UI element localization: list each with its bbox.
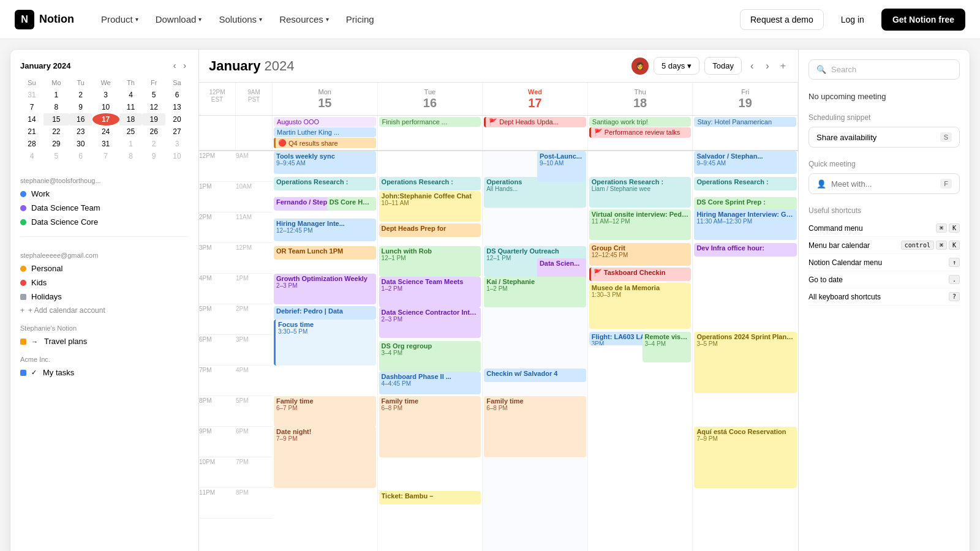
ds-team-meets-event[interactable]: Data Science Team Meets 1–2 PM: [379, 277, 481, 307]
remote-visit-event[interactable]: Remote visit with NP (Stafford) 3–4 PM: [643, 332, 692, 362]
mini-cal-day[interactable]: 7: [20, 101, 43, 113]
ops-sprint-planning-event[interactable]: Operations 2024 Sprint Planning 3–5 PM: [694, 332, 797, 393]
finish-performance-event[interactable]: Finish performance ...: [379, 117, 481, 127]
salvador-stephanie-event[interactable]: Salvador / Stephan... 9–9:45 AM: [694, 151, 797, 174]
mini-cal-day[interactable]: 27: [165, 126, 189, 138]
post-launch-event[interactable]: Post-Launc... 9–10 AM: [537, 151, 586, 182]
coco-reservation-event[interactable]: Aquí está Coco Reservation 7–9 PM: [694, 427, 797, 488]
next-week-button[interactable]: ›: [762, 58, 772, 74]
mini-cal-day[interactable]: 7: [92, 150, 119, 162]
mini-cal-day[interactable]: 22: [43, 126, 69, 138]
cal-holidays[interactable]: Holidays: [20, 290, 189, 304]
family-time-mon-event[interactable]: Family time 6–7 PM: [274, 396, 376, 427]
mini-cal-day[interactable]: 21: [20, 126, 43, 138]
col-header-fri[interactable]: Fri 19: [693, 83, 798, 115]
mini-cal-day[interactable]: 25: [119, 126, 143, 138]
mini-cal-day[interactable]: 5: [142, 89, 165, 101]
request-demo-button[interactable]: Request a demo: [740, 9, 824, 30]
perf-review-event[interactable]: 🚩 Performance review talks: [589, 127, 692, 138]
nav-pricing[interactable]: Pricing: [339, 10, 382, 28]
col-header-tue[interactable]: Tue 16: [378, 83, 483, 115]
ops-research-fri-event[interactable]: Operations Research :: [694, 177, 797, 190]
ds-contractor-event[interactable]: Data Science Contractor Intake: ... 2–3 …: [379, 307, 481, 338]
mini-cal-prev-button[interactable]: ‹: [171, 59, 179, 72]
ds-core-sprint-event[interactable]: DS Core Sprint Prep :: [694, 197, 797, 211]
checkin-salvador-event[interactable]: Checkin w/ Salvador 4: [484, 369, 586, 382]
mini-cal-day[interactable]: 26: [142, 126, 165, 138]
mini-cal-day[interactable]: 14: [20, 113, 43, 126]
prev-week-button[interactable]: ‹: [747, 58, 757, 74]
mini-cal-day[interactable]: 20: [165, 113, 189, 126]
mini-cal-day[interactable]: 12: [142, 101, 165, 113]
mini-cal-day[interactable]: 11: [119, 101, 143, 113]
mini-cal-day[interactable]: 5: [43, 150, 69, 162]
nav-download[interactable]: Download ▾: [148, 10, 209, 28]
mini-cal-day[interactable]: 17: [92, 113, 119, 126]
mini-cal-day[interactable]: 31: [92, 138, 119, 150]
meet-with-input[interactable]: [831, 179, 935, 189]
augusto-ooo-event[interactable]: Augusto OOO: [274, 117, 376, 127]
mini-cal-day[interactable]: 9: [69, 101, 92, 113]
nav-product[interactable]: Product ▾: [94, 10, 146, 28]
kai-stephanie-event[interactable]: Kai / Stephanie 1–2 PM: [484, 277, 586, 307]
ds-core-huddle-event[interactable]: DS Core Huddle 11A...: [327, 197, 376, 211]
login-button[interactable]: Log in: [831, 10, 874, 29]
mini-cal-day[interactable]: 6: [165, 89, 189, 101]
growth-opt-event[interactable]: Growth Optimization Weekly 2–3 PM: [274, 274, 376, 304]
mlk-event[interactable]: Martin Luther King ...: [274, 127, 376, 137]
mini-cal-day[interactable]: 19: [142, 113, 165, 126]
dept-heads-event[interactable]: 🚩 Dept Heads Upda...: [484, 117, 586, 127]
day-col-wed[interactable]: Operations All Hands... Post-Launc... 9–…: [483, 151, 588, 551]
cal-kids[interactable]: Kids: [20, 276, 189, 290]
time-grid-scroll[interactable]: 12PM 1PM 2PM 3PM 4PM 5PM 6PM 7PM 8PM 9PM…: [199, 151, 798, 551]
or-team-lunch-event[interactable]: OR Team Lunch 1PM: [274, 246, 376, 260]
santiago-event[interactable]: Santiago work trip!: [589, 117, 692, 127]
mini-cal-day[interactable]: 2: [142, 138, 165, 150]
add-event-button[interactable]: +: [778, 58, 788, 74]
john-stephanie-event[interactable]: John:Stephanie Coffee Chat 10–11 AM: [379, 191, 481, 222]
my-tasks-item[interactable]: ✓ My tasks: [20, 365, 189, 380]
ticket-bambu-event[interactable]: Ticket: Bambu –: [379, 491, 481, 504]
group-crit-event[interactable]: Group Crit 12–12:45 PM: [589, 243, 692, 266]
mini-cal-day[interactable]: 8: [43, 101, 69, 113]
taskboard-checkin-event[interactable]: 🚩 Taskboard Checkin: [589, 268, 692, 281]
day-col-fri[interactable]: Salvador / Stephan... 9–9:45 AM Operatio…: [693, 151, 798, 551]
hiring-manager-mon-event[interactable]: Hiring Manager Inte... 12–12:45 PM: [274, 219, 376, 241]
mini-cal-day[interactable]: 4: [119, 89, 143, 101]
nav-solutions[interactable]: Solutions ▾: [211, 10, 270, 28]
day-col-thu[interactable]: Operations Research : Liam / Stephanie w…: [588, 151, 693, 551]
logo[interactable]: N Notion: [15, 10, 74, 29]
mini-cal-day[interactable]: 8: [119, 150, 143, 162]
mini-cal-day[interactable]: 28: [20, 138, 43, 150]
ops-research-mon-event[interactable]: Operations Research :: [274, 177, 376, 190]
virtual-onsite-event[interactable]: Virtual onsite interview: Pedro ... 11 A…: [589, 209, 692, 240]
mini-cal-day[interactable]: 1: [119, 138, 143, 150]
lunch-rob-event[interactable]: Lunch with Rob 12–1 PM: [379, 246, 481, 277]
mini-cal-day[interactable]: 16: [69, 113, 92, 126]
mini-cal-day[interactable]: 31: [20, 89, 43, 101]
travel-plans-item[interactable]: → Travel plans: [20, 334, 189, 348]
cal-ds-team[interactable]: Data Science Team: [20, 201, 189, 215]
day-col-mon[interactable]: Tools weekly sync 9–9:45 AM Operations R…: [273, 151, 378, 551]
mini-cal-day[interactable]: 10: [92, 101, 119, 113]
share-availability-button[interactable]: Share availability S: [809, 127, 960, 148]
day-col-tue[interactable]: Operations Research : John:Stephanie Cof…: [378, 151, 483, 551]
mini-cal-day[interactable]: 6: [69, 150, 92, 162]
col-header-thu[interactable]: Thu 18: [588, 83, 693, 115]
debrief-pedro-event[interactable]: Debrief: Pedro | Data: [274, 306, 376, 320]
mini-cal-day[interactable]: 24: [92, 126, 119, 138]
nav-resources[interactable]: Resources ▾: [272, 10, 336, 28]
cal-work[interactable]: Work: [20, 187, 189, 201]
family-time-tue-event[interactable]: Family time 6–8 PM: [379, 396, 481, 457]
search-box[interactable]: 🔍 Search: [809, 59, 960, 80]
mini-cal-day[interactable]: 4: [20, 150, 43, 162]
dept-heads-prep-event[interactable]: Dept Heads Prep for: [379, 223, 481, 237]
dev-infra-event[interactable]: Dev Infra office hour:: [694, 243, 797, 257]
mini-cal-day[interactable]: 23: [69, 126, 92, 138]
mini-cal-day[interactable]: 30: [69, 138, 92, 150]
hiring-manager-fri-event[interactable]: Hiring Manager Interview: Gui ... 11:30 …: [694, 209, 797, 240]
mini-cal-day[interactable]: 2: [69, 89, 92, 101]
mini-cal-day[interactable]: 3: [92, 89, 119, 101]
mini-cal-day[interactable]: 3: [165, 138, 189, 150]
add-calendar-button[interactable]: + + Add calendar account: [20, 304, 189, 317]
